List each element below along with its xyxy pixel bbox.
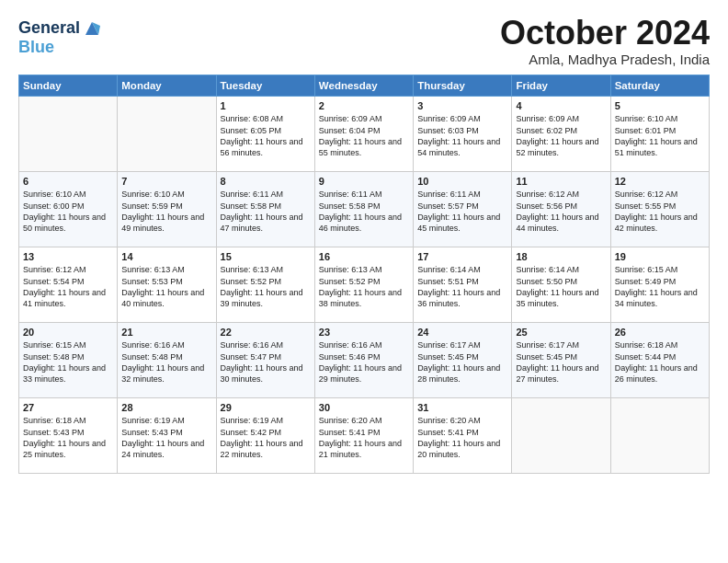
day-info: Sunset: 6:04 PM (319, 125, 409, 136)
day-info: Daylight: 11 hours and 39 minutes. (221, 287, 311, 309)
calendar-cell: 21Sunrise: 6:16 AMSunset: 5:48 PMDayligh… (118, 322, 216, 397)
day-number: 3 (417, 99, 507, 113)
day-number: 21 (121, 326, 211, 339)
calendar-cell: 23Sunrise: 6:16 AMSunset: 5:46 PMDayligh… (314, 322, 413, 397)
calendar-cell: 6Sunrise: 6:10 AMSunset: 6:00 PMDaylight… (19, 171, 118, 247)
day-info: Sunset: 5:43 PM (23, 427, 113, 438)
day-info: Sunset: 5:41 PM (319, 427, 409, 438)
calendar-cell: 12Sunrise: 6:12 AMSunset: 5:55 PMDayligh… (610, 171, 709, 247)
day-info: Sunset: 5:47 PM (221, 351, 311, 362)
logo: General Blue (18, 18, 102, 57)
day-info: Sunset: 5:53 PM (121, 276, 211, 287)
day-number: 17 (417, 250, 507, 264)
day-number: 23 (319, 326, 409, 339)
day-number: 25 (516, 326, 606, 339)
day-info: Daylight: 11 hours and 22 minutes. (221, 438, 311, 460)
calendar-cell (512, 397, 610, 473)
calendar-cell: 5Sunrise: 6:10 AMSunset: 6:01 PMDaylight… (610, 96, 709, 171)
day-info: Sunrise: 6:19 AM (221, 415, 311, 426)
calendar-cell: 4Sunrise: 6:09 AMSunset: 6:02 PMDaylight… (512, 96, 610, 171)
day-info: Daylight: 11 hours and 32 minutes. (121, 362, 211, 385)
header: General Blue October 2024 Amla, Madhya P… (18, 15, 710, 67)
day-info: Sunrise: 6:10 AM (615, 113, 705, 124)
day-info: Sunrise: 6:17 AM (417, 339, 507, 350)
day-info: Sunset: 5:46 PM (319, 351, 409, 362)
weekday-header: Saturday (610, 75, 709, 96)
day-info: Sunrise: 6:16 AM (221, 339, 311, 350)
day-number: 14 (121, 250, 211, 264)
calendar-cell: 13Sunrise: 6:12 AMSunset: 5:54 PMDayligh… (19, 247, 118, 322)
day-number: 19 (615, 250, 705, 264)
day-info: Daylight: 11 hours and 33 minutes. (23, 362, 113, 385)
logo-text: General (18, 18, 102, 39)
day-info: Sunset: 5:50 PM (516, 276, 606, 287)
calendar-cell: 27Sunrise: 6:18 AMSunset: 5:43 PMDayligh… (19, 397, 118, 473)
day-info: Sunset: 5:48 PM (121, 351, 211, 362)
day-number: 8 (221, 175, 311, 189)
calendar-week-row: 20Sunrise: 6:15 AMSunset: 5:48 PMDayligh… (19, 322, 710, 397)
day-info: Daylight: 11 hours and 52 minutes. (516, 136, 606, 158)
day-info: Sunset: 5:48 PM (23, 351, 113, 362)
day-info: Sunrise: 6:16 AM (121, 339, 211, 350)
day-number: 10 (417, 175, 507, 189)
calendar-cell (610, 397, 709, 473)
day-info: Sunset: 5:55 PM (615, 201, 705, 212)
day-info: Daylight: 11 hours and 49 minutes. (121, 212, 211, 234)
calendar-cell: 28Sunrise: 6:19 AMSunset: 5:43 PMDayligh… (118, 397, 216, 473)
day-number: 6 (23, 175, 113, 189)
weekday-header: Monday (118, 75, 216, 96)
header-row: SundayMondayTuesdayWednesdayThursdayFrid… (19, 75, 710, 96)
day-number: 27 (23, 401, 113, 415)
day-info: Sunrise: 6:17 AM (516, 339, 606, 350)
day-number: 2 (319, 99, 409, 113)
day-info: Sunrise: 6:13 AM (121, 264, 211, 275)
day-info: Daylight: 11 hours and 35 minutes. (516, 287, 606, 309)
day-info: Sunset: 6:05 PM (221, 125, 311, 136)
day-info: Daylight: 11 hours and 36 minutes. (417, 287, 507, 309)
weekday-header: Tuesday (216, 75, 314, 96)
day-number: 28 (121, 401, 211, 415)
day-info: Daylight: 11 hours and 50 minutes. (23, 212, 113, 234)
month-title: October 2024 (500, 15, 710, 52)
calendar-cell: 25Sunrise: 6:17 AMSunset: 5:45 PMDayligh… (512, 322, 610, 397)
weekday-header: Friday (512, 75, 610, 96)
day-info: Sunrise: 6:15 AM (615, 264, 705, 275)
day-info: Sunrise: 6:18 AM (23, 415, 113, 426)
day-number: 26 (615, 326, 705, 339)
day-info: Daylight: 11 hours and 24 minutes. (121, 438, 211, 460)
calendar-cell: 29Sunrise: 6:19 AMSunset: 5:42 PMDayligh… (216, 397, 314, 473)
day-info: Sunrise: 6:14 AM (516, 264, 606, 275)
calendar-week-row: 6Sunrise: 6:10 AMSunset: 6:00 PMDaylight… (19, 171, 710, 247)
calendar-cell: 15Sunrise: 6:13 AMSunset: 5:52 PMDayligh… (216, 247, 314, 322)
day-info: Sunset: 5:54 PM (23, 276, 113, 287)
day-info: Sunset: 5:58 PM (319, 201, 409, 212)
day-info: Sunset: 6:02 PM (516, 125, 606, 136)
calendar-cell: 11Sunrise: 6:12 AMSunset: 5:56 PMDayligh… (512, 171, 610, 247)
day-info: Sunrise: 6:20 AM (417, 415, 507, 426)
day-info: Sunrise: 6:15 AM (23, 339, 113, 350)
day-info: Daylight: 11 hours and 54 minutes. (417, 136, 507, 158)
calendar-cell: 20Sunrise: 6:15 AMSunset: 5:48 PMDayligh… (19, 322, 118, 397)
day-info: Sunset: 5:43 PM (121, 427, 211, 438)
day-info: Sunrise: 6:14 AM (417, 264, 507, 275)
calendar-week-row: 27Sunrise: 6:18 AMSunset: 5:43 PMDayligh… (19, 397, 710, 473)
day-info: Daylight: 11 hours and 40 minutes. (121, 287, 211, 309)
day-info: Sunset: 5:52 PM (319, 276, 409, 287)
day-info: Daylight: 11 hours and 51 minutes. (615, 136, 705, 158)
day-info: Sunrise: 6:09 AM (417, 113, 507, 124)
day-info: Sunrise: 6:08 AM (221, 113, 311, 124)
day-info: Sunset: 6:01 PM (615, 125, 705, 136)
day-info: Daylight: 11 hours and 41 minutes. (23, 287, 113, 309)
day-number: 29 (221, 401, 311, 415)
calendar-cell: 22Sunrise: 6:16 AMSunset: 5:47 PMDayligh… (216, 322, 314, 397)
calendar-cell: 7Sunrise: 6:10 AMSunset: 5:59 PMDaylight… (118, 171, 216, 247)
day-number: 16 (319, 250, 409, 264)
day-info: Sunrise: 6:11 AM (221, 189, 311, 200)
day-info: Sunset: 5:59 PM (121, 201, 211, 212)
calendar-table: SundayMondayTuesdayWednesdayThursdayFrid… (18, 75, 710, 474)
title-block: October 2024 Amla, Madhya Pradesh, India (500, 15, 710, 67)
weekday-header: Wednesday (314, 75, 413, 96)
day-info: Sunrise: 6:12 AM (615, 189, 705, 200)
day-info: Sunset: 5:57 PM (417, 201, 507, 212)
day-info: Sunrise: 6:20 AM (319, 415, 409, 426)
